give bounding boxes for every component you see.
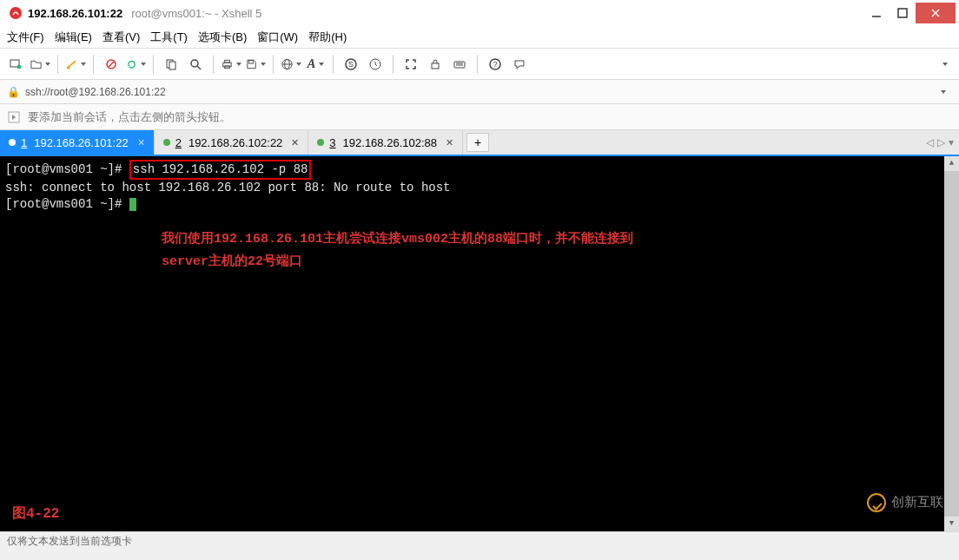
toolbar-separator xyxy=(393,55,394,74)
toolbar-separator xyxy=(213,55,214,74)
menu-window[interactable]: 窗口(W) xyxy=(257,30,298,45)
terminal-command-highlight: ssh 192.168.26.102 -p 88 xyxy=(129,160,312,180)
add-tab-button[interactable]: + xyxy=(466,133,489,152)
lock-small-icon: 🔒 xyxy=(7,86,20,98)
tab-next-icon[interactable]: ▷ xyxy=(937,136,945,148)
svg-text:?: ? xyxy=(493,60,497,69)
terminal-prompt: [root@vms001 ~]# xyxy=(5,197,129,211)
status-dot-icon xyxy=(9,139,16,146)
status-dot-icon xyxy=(317,139,324,146)
tab-close-icon[interactable]: ✕ xyxy=(137,137,145,148)
add-session-arrow-icon[interactable] xyxy=(7,110,21,124)
menu-file[interactable]: 文件(F) xyxy=(7,30,44,45)
new-session-icon[interactable] xyxy=(5,54,26,75)
svg-text:S: S xyxy=(348,60,354,69)
chat-icon[interactable] xyxy=(509,54,530,75)
toolbar: A S ? xyxy=(0,49,959,80)
toolbar-separator xyxy=(477,55,478,74)
menu-edit[interactable]: 编辑(E) xyxy=(55,30,92,45)
infobar-hint: 要添加当前会话，点击左侧的箭头按钮。 xyxy=(28,109,231,125)
figure-label: 图4-22 xyxy=(12,506,59,523)
terminal-prompt: [root@vms001 ~]# xyxy=(5,162,122,176)
keyboard-icon[interactable] xyxy=(449,54,470,75)
tab-number: 2 xyxy=(175,136,182,149)
status-dot-icon xyxy=(163,139,170,146)
print-icon[interactable] xyxy=(221,54,241,75)
menu-tools[interactable]: 工具(T) xyxy=(150,30,188,45)
scroll-thumb[interactable] xyxy=(944,171,959,517)
svg-rect-11 xyxy=(169,62,175,69)
toolbar-separator xyxy=(57,55,58,74)
history-icon[interactable] xyxy=(365,54,386,75)
svg-rect-15 xyxy=(225,60,230,63)
tab-nav: ◁ ▷ ▾ xyxy=(921,130,959,155)
statusbar-text: 仅将文本发送到当前选项卡 xyxy=(7,534,132,549)
svg-rect-24 xyxy=(432,63,439,69)
tab-menu-icon[interactable]: ▾ xyxy=(949,136,954,148)
copy-icon[interactable] xyxy=(161,54,182,75)
annotation-line-1: 我们使用192.168.26.101主机尝试连接vms002主机的88端口时，并… xyxy=(162,228,770,251)
minimize-button[interactable] xyxy=(863,3,890,23)
annotation-line-2: server主机的22号端口 xyxy=(162,251,770,273)
address-overflow-icon[interactable] xyxy=(931,82,952,102)
terminal[interactable]: [root@vms001 ~]# ssh 192.168.26.102 -p 8… xyxy=(0,156,959,531)
tabbar: 1 192.168.26.101:22 ✕ 2 192.168.26.102:2… xyxy=(0,130,959,156)
reconnect-icon[interactable] xyxy=(125,54,146,75)
window-title-sub: root@vms001:~ - Xshell 5 xyxy=(131,7,261,20)
lock-icon[interactable] xyxy=(425,54,446,75)
open-icon[interactable] xyxy=(30,54,50,75)
tab-session-1[interactable]: 1 192.168.26.101:22 ✕ xyxy=(0,130,155,155)
disconnect-icon[interactable] xyxy=(101,54,122,75)
terminal-cursor xyxy=(129,198,136,211)
svg-point-0 xyxy=(10,7,22,19)
tab-label: 192.168.26.101:22 xyxy=(34,136,128,149)
web-icon[interactable] xyxy=(281,54,301,75)
help-icon[interactable]: ? xyxy=(485,54,506,75)
watermark: 创新互联 xyxy=(867,493,943,512)
font-icon[interactable]: A xyxy=(305,54,326,75)
svg-point-7 xyxy=(67,65,70,69)
terminal-scrollbar[interactable]: ▲ ▼ xyxy=(944,156,959,531)
watermark-text: 创新互联 xyxy=(891,495,943,511)
find-icon[interactable] xyxy=(185,54,206,75)
menu-help[interactable]: 帮助(H) xyxy=(308,30,347,45)
address-url[interactable]: ssh://root@192.168.26.101:22 xyxy=(25,86,166,98)
menubar: 文件(F) 编辑(E) 查看(V) 工具(T) 选项卡(B) 窗口(W) 帮助(… xyxy=(0,26,959,49)
toolbar-overflow-icon[interactable] xyxy=(933,54,954,75)
toolbar-separator xyxy=(153,55,154,74)
svg-rect-6 xyxy=(17,65,21,69)
menu-tabs[interactable]: 选项卡(B) xyxy=(198,30,247,45)
connect-icon[interactable] xyxy=(65,54,86,75)
address-bar: 🔒 ssh://root@192.168.26.101:22 xyxy=(0,80,959,104)
infobar: 要添加当前会话，点击左侧的箭头按钮。 xyxy=(0,104,959,130)
fullscreen-icon[interactable] xyxy=(400,54,421,75)
svg-line-9 xyxy=(109,62,114,67)
tab-label: 192.168.26.102:88 xyxy=(343,136,437,149)
menu-view[interactable]: 查看(V) xyxy=(103,30,140,45)
tab-session-3[interactable]: 3 192.168.26.102:88 ✕ xyxy=(308,130,463,155)
scroll-up-icon[interactable]: ▲ xyxy=(944,156,959,171)
svg-rect-17 xyxy=(249,60,254,63)
tab-prev-icon[interactable]: ◁ xyxy=(926,136,934,148)
tab-session-2[interactable]: 2 192.168.26.102:22 ✕ xyxy=(155,130,309,155)
tab-label: 192.168.26.102:22 xyxy=(188,136,282,149)
tab-number: 3 xyxy=(329,136,335,149)
watermark-icon xyxy=(867,493,886,512)
terminal-output: ssh: connect to host 192.168.26.102 port… xyxy=(5,180,954,196)
tab-number: 1 xyxy=(21,136,27,149)
window-title-main: 192.168.26.101:22 xyxy=(28,7,122,20)
titlebar: 192.168.26.101:22 root@vms001:~ - Xshell… xyxy=(0,0,959,26)
close-button[interactable] xyxy=(916,3,956,23)
app-icon xyxy=(9,6,23,20)
toolbar-separator xyxy=(333,55,334,74)
toolbar-separator xyxy=(273,55,274,74)
maximize-button[interactable] xyxy=(890,3,916,23)
scroll-down-icon[interactable]: ▼ xyxy=(944,517,959,531)
save-icon[interactable] xyxy=(245,54,266,75)
tab-close-icon[interactable]: ✕ xyxy=(446,137,453,148)
toolbar-separator xyxy=(93,55,94,74)
svg-point-12 xyxy=(191,60,198,67)
statusbar: 仅将文本发送到当前选项卡 xyxy=(0,531,959,550)
s-script-icon[interactable]: S xyxy=(341,54,361,75)
tab-close-icon[interactable]: ✕ xyxy=(291,137,299,148)
